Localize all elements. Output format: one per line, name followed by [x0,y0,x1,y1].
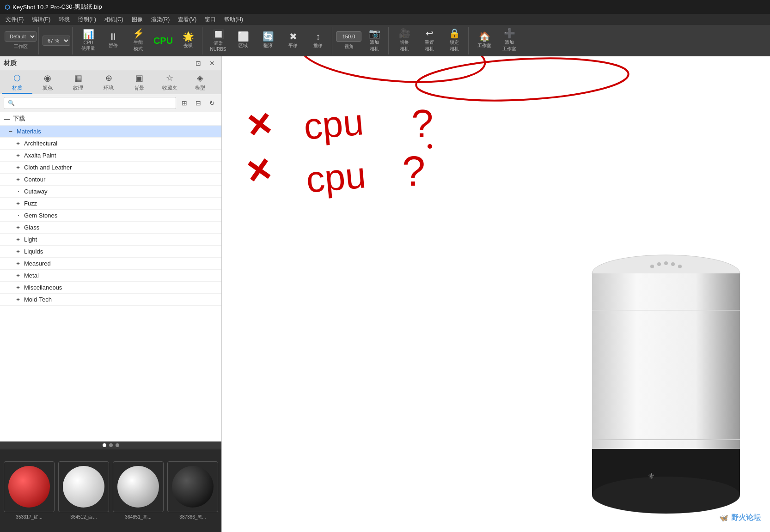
thumb-black-img [167,461,218,512]
tab-environment[interactable]: ⊕ 环境 [93,72,124,94]
toolbar-annotation [407,56,638,104]
workspace-select[interactable]: Default [5,31,37,42]
thumb-bright-img [113,461,164,512]
menu-render[interactable]: 渲染(R) [147,15,174,24]
menu-image[interactable]: 图像 [128,15,147,24]
svg-point-13 [650,265,654,268]
title-bar: ⬡ KeyShot 10.2 Pro · C30-黑贴纸.bip [0,0,770,14]
tab-favorites[interactable]: ☆ 收藏夹 [154,72,185,94]
tree-item-miscellaneous[interactable]: + Miscellaneous [0,282,221,294]
nurbs-button[interactable]: 🔲 渲染NURBS [206,28,230,54]
pan-button[interactable]: ✖ 平移 [281,28,305,54]
menu-camera[interactable]: 相机(C) [101,15,127,24]
reset-camera-button[interactable]: ↩ 重置相机 [417,28,441,54]
menu-help[interactable]: 帮助(H) [220,15,247,24]
fov-input[interactable] [336,31,361,42]
thumb-red[interactable]: 353317_红... [4,461,55,520]
search-refresh[interactable]: ↻ [207,97,218,109]
svg-point-7 [428,144,432,149]
tree-item-gemstones[interactable]: ··· Gem Stones [0,210,221,222]
pause-icon: ⏸ [109,32,118,41]
scroll-dot-3[interactable] [116,443,119,447]
sphere-black [172,466,214,508]
tree-item-liquids[interactable]: + Liquids [0,246,221,258]
scroll-dots [0,441,221,449]
tree-item-metal[interactable]: + Metal [0,270,221,282]
studio-group: 🏠 工作室 ➕ 添加工作室 [471,27,523,54]
thumb-bright[interactable]: 364851_亮... [113,461,164,520]
menu-view[interactable]: 查看(V) [174,15,200,24]
tree-item-download[interactable]: — 下载 [0,112,221,126]
tree-item-contour-label: Contour [24,176,45,183]
tree-item-light[interactable]: + Light [0,234,221,246]
menu-edit[interactable]: 编辑(E) [28,15,54,24]
tree-item-moldtech[interactable]: + Mold-Tech [0,294,221,306]
panel-expand-button[interactable]: ⊡ [193,58,204,69]
tab-bar: ⬡ 材质 ◉ 颜色 ▦ 纹理 ⊕ 环境 ▣ 背景 ☆ 收藏夹 [0,70,221,94]
tree-item-measured[interactable]: + Measured [0,258,221,270]
denoise-button[interactable]: 🌟 去噪 [176,28,200,54]
menu-environment[interactable]: 环境 [55,15,73,24]
cpu-usage-icon: 📊 [83,30,94,39]
search-input[interactable] [4,97,176,109]
tab-background[interactable]: ▣ 背景 [124,72,154,94]
tab-color[interactable]: ◉ 颜色 [32,72,63,94]
dolly-button[interactable]: ↕ 推移 [306,28,330,54]
tree-item-moldtech-label: Mold-Tech [24,296,52,303]
tree-item-cloth-label: Cloth and Leather [24,164,72,171]
menu-lighting[interactable]: 照明(L) [74,15,100,24]
lock-camera-button[interactable]: 🔒 锁定相机 [442,28,466,54]
tree-item-cloth[interactable]: + Cloth and Leather [0,162,221,174]
switch-camera-button[interactable]: 🎥 切换相机 [392,28,416,54]
studio-button[interactable]: 🏠 工作室 [472,28,496,54]
tree-item-cutaway[interactable]: ··· Cutaway [0,186,221,198]
panel-close-button[interactable]: ✕ [207,58,218,69]
thumb-white[interactable]: 364512_白... [58,461,109,520]
tree-item-fuzz[interactable]: + Fuzz [0,198,221,210]
zoom-select[interactable]: 67 % [43,36,70,46]
tab-model[interactable]: ◈ 模型 [185,72,215,94]
texture-tab-label: 纹理 [73,85,83,91]
svg-point-19 [592,477,740,514]
cpu-icon: CPU [153,36,173,45]
thumb-black[interactable]: 387366_黑... [167,461,218,520]
file-name: C30-黑贴纸.bip [61,3,102,11]
canvas-area[interactable]: × cpu ? × cpu ? [222,56,770,532]
tree-item-contour[interactable]: + Contour [0,174,221,186]
add-studio-button[interactable]: ➕ 添加工作室 [497,28,521,54]
color-tab-label: 颜色 [43,85,53,91]
main-area: 材质 ⊡ ✕ ⬡ 材质 ◉ 颜色 ▦ 纹理 ⊕ 环境 [0,56,770,532]
panel-header: 材质 ⊡ ✕ [0,56,221,70]
pause-button[interactable]: ⏸ 暂停 [101,28,125,54]
tree-item-glass[interactable]: + Glass [0,222,221,234]
material-tree: — 下载 − Materials + Architectural + Axalt… [0,112,221,441]
svg-text:cpu: cpu [305,154,367,200]
tree-item-gemstones-label: Gem Stones [24,212,57,219]
scroll-dot-1[interactable] [103,443,106,447]
tree-item-architectural[interactable]: + Architectural [0,138,221,150]
search-action-1[interactable]: ⊞ [179,97,190,109]
toolbar-circle-svg [407,56,638,103]
tree-item-fuzz-label: Fuzz [24,200,37,207]
performance-mode-button[interactable]: ⚡ 生能模式 [126,28,150,54]
scroll-dot-2[interactable] [109,443,113,447]
tree-item-materials[interactable]: − Materials [0,126,221,138]
tab-material[interactable]: ⬡ 材质 [2,72,32,94]
search-action-2[interactable]: ⊟ [193,97,204,109]
tree-item-architectural-label: Architectural [24,140,57,147]
menu-file[interactable]: 文件(F) [2,15,27,24]
favorites-tab-label: 收藏夹 [162,85,177,91]
tree-item-axalta[interactable]: + Axalta Paint [0,150,221,162]
svg-text:×: × [243,145,275,194]
cpu-button[interactable]: CPU [151,28,175,54]
roll-button[interactable]: 🔄 翻滚 [256,28,280,54]
region-button[interactable]: ⬜ 区域 [231,28,255,54]
svg-point-3 [299,56,487,89]
add-camera-button[interactable]: 📷 添加相机 [362,28,386,54]
cpu-usage-button[interactable]: 📊 CPU 使用量 [76,28,100,54]
annotation-svg: × cpu ? [236,93,467,255]
tree-item-materials-label: Materials [17,128,41,135]
menu-window[interactable]: 窗口 [201,15,220,24]
tree-item-axalta-label: Axalta Paint [24,152,56,159]
tab-texture[interactable]: ▦ 纹理 [63,72,93,94]
